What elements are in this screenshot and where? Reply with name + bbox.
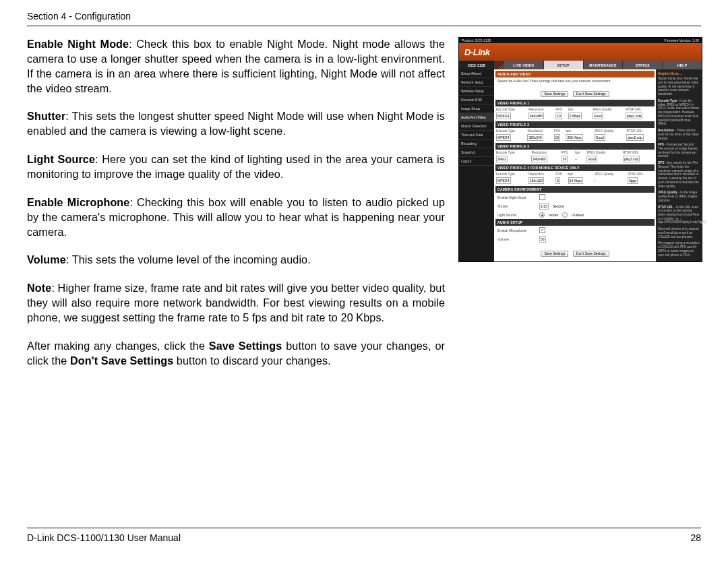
vp4-rtsp-input[interactable]: 3gpp (628, 177, 638, 184)
night-mode-checkbox[interactable] (539, 194, 545, 200)
product-label: Product: DCS-1130 (462, 38, 491, 42)
vp1-rtsp-input[interactable]: play1.sdp (626, 113, 642, 119)
shutter-label: Shutter (497, 204, 535, 208)
dont-save-button-bottom[interactable]: Don't Save Settings (573, 251, 609, 257)
mic-checkbox[interactable] (539, 227, 545, 233)
vp3-res-select[interactable]: 640x480 (531, 156, 547, 162)
outdoor-radio[interactable] (562, 212, 568, 218)
sidebar-item-snapshot[interactable]: Snapshot (459, 148, 494, 157)
section-vp1-header: VIDEO PROFILE 1 (495, 100, 655, 106)
configuration-screenshot: Product: DCS-1130 Firmware Version: 1.00… (458, 37, 702, 262)
light-source-label: Light Source (497, 213, 535, 217)
vp4-res-select[interactable]: 160x120 (528, 177, 544, 184)
model-label: DCS-1130 (459, 61, 494, 69)
vp4-bps-select[interactable]: 64 Kbps (568, 177, 583, 184)
sidebar-item-ddns[interactable]: Dynamic DNS (459, 96, 494, 104)
shutter-select[interactable]: 1/15 (539, 203, 549, 210)
vp4-jpeg-na: – (595, 179, 597, 183)
mic-label: Enable Microphone (497, 228, 535, 232)
sidebar-item-motion[interactable]: Motion Detection (459, 122, 494, 131)
sidebar-item-logout[interactable]: Logout (459, 157, 494, 166)
footer-left: D-Link DCS-1100/1130 User Manual (27, 532, 181, 543)
vp2-bps-select[interactable]: 256 Kbps (566, 134, 582, 141)
vp2-rtsp-input[interactable]: play2.sdp (626, 134, 643, 141)
stripe-decoration (494, 61, 504, 69)
vp2-res-select[interactable]: 320x240 (527, 134, 543, 141)
indoor-radio[interactable] (539, 212, 545, 218)
tab-live-video[interactable]: LIVE VIDEO (504, 61, 543, 69)
vp4-encode-select[interactable]: MPEG4 (496, 177, 511, 184)
section-vp4-header: VIDEO PROFILE 4 FOR MOBILE DEVICE ONLY (495, 164, 655, 171)
page-number: 28 (690, 532, 701, 543)
vp1-fps-select[interactable]: 10 (555, 113, 562, 119)
vp1-jpeg-select[interactable]: Good (593, 113, 603, 119)
vp3-fps-select[interactable]: 10 (562, 156, 568, 162)
section-av-msg: Select the Audio And Video settings that… (495, 77, 655, 84)
main-panel: AUDIO AND VIDEO Select the Audio And Vid… (494, 69, 656, 261)
tab-maintenance[interactable]: MAINTENANCE (583, 61, 623, 69)
volume-label: Volume (497, 237, 535, 241)
section-vp3-header: VIDEO PROFILE 3 (495, 143, 655, 150)
vp1-bps-select[interactable]: 2 Mbps (568, 113, 582, 119)
save-button-bottom[interactable]: Save Settings (541, 251, 568, 257)
night-mode-label: Enable Night Mode (497, 195, 535, 199)
outdoor-label: Outdoor (572, 213, 584, 217)
dont-save-button[interactable]: Don't Save Settings (573, 91, 609, 97)
save-button[interactable]: Save Settings (541, 91, 568, 97)
vp2-encode-select[interactable]: MPEG4 (496, 134, 511, 141)
firmware-label: Firmware Version: 1.00 (665, 38, 699, 42)
dlink-logo: D-Link (464, 47, 489, 57)
vp2-jpeg-select[interactable]: Good (595, 134, 605, 141)
helpful-hints: Helpful Hints… Higher frame size, frame … (656, 69, 702, 261)
indoor-label: Indoor (549, 213, 558, 217)
section-av-header: AUDIO AND VIDEO (495, 71, 655, 77)
vp3-bps-na: – (575, 157, 577, 161)
shutter-unit: Second (553, 204, 564, 208)
sidebar-item-wireless[interactable]: Wireless Setup (459, 87, 494, 96)
vp2-fps-select[interactable]: 10 (554, 134, 561, 141)
page-header: Section 4 - Configuration (27, 11, 701, 26)
vp3-encode-select[interactable]: JPEG (496, 156, 508, 162)
sidebar-item-image[interactable]: Image Setup (459, 104, 494, 113)
sidebar-item-wizard[interactable]: Setup Wizard (459, 69, 494, 78)
vp4-fps-select[interactable]: 5 (555, 177, 560, 184)
tab-status[interactable]: STATUS (622, 61, 662, 69)
sidebar-item-av[interactable]: Audio And Video (459, 113, 494, 122)
sidebar-item-network[interactable]: Network Setup (459, 78, 494, 87)
sidebar-item-recording[interactable]: Recording (459, 139, 494, 148)
sidebar-item-time[interactable]: Time and Date (459, 131, 494, 139)
vp1-encode-select[interactable]: MPEG4 (496, 113, 511, 119)
volume-select[interactable]: 50 (539, 236, 546, 243)
main-text: Enable Night Mode: Check this box to ena… (27, 37, 445, 382)
tab-setup[interactable]: SETUP (543, 61, 583, 69)
vp1-res-select[interactable]: 640x480 (528, 113, 544, 119)
section-vp2-header: VIDEO PROFILE 2 (495, 121, 655, 128)
section-audio-header: AUDIO SETUP (495, 219, 655, 226)
section-camenv-header: CAMERA ENVIRONMENT (495, 186, 655, 193)
vp3-rtsp-input[interactable]: play3.sdp (623, 156, 640, 162)
vp3-jpeg-select[interactable]: Good (586, 156, 597, 162)
tab-help[interactable]: HELP (662, 61, 702, 69)
side-nav: Setup Wizard Network Setup Wireless Setu… (459, 69, 494, 261)
